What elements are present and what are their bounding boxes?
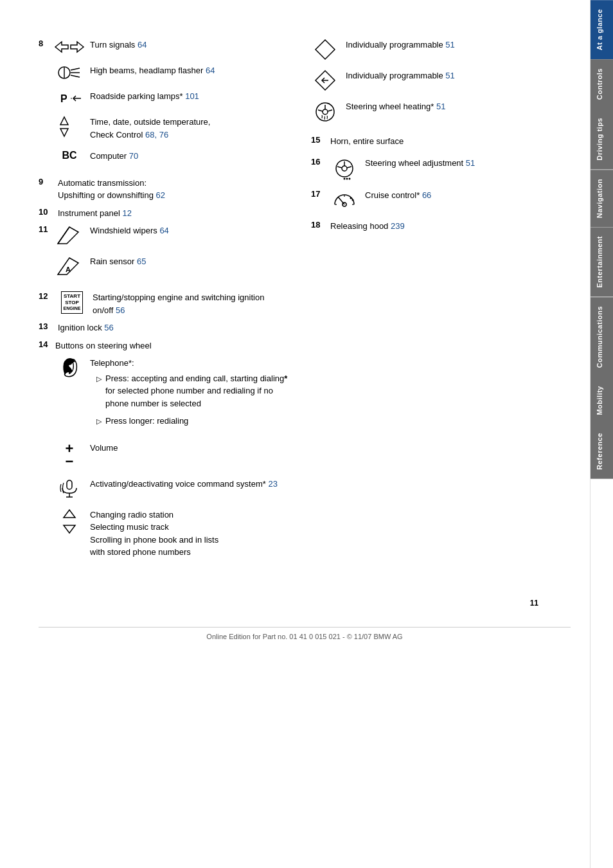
- item-14-content: Buttons on steering wheel: [55, 339, 298, 568]
- item-17-number: 17: [311, 189, 324, 199]
- sidebar-tab-navigation[interactable]: Navigation: [591, 170, 613, 227]
- bullet-press: ▷ Press: accepting and ending call, star…: [90, 372, 298, 410]
- sidebar-tab-entertainment[interactable]: Entertainment: [591, 227, 613, 296]
- bc-row: BC Computer 70: [55, 150, 298, 163]
- svg-point-33: [344, 177, 346, 179]
- item-10-row: 10 Instrument panel 12: [39, 207, 298, 220]
- sidebar: At a glance Controls Driving tips Naviga…: [590, 0, 613, 868]
- svg-line-32: [347, 167, 351, 168]
- left-column: 8: [39, 39, 298, 573]
- item-8-container: 8: [39, 39, 298, 172]
- telephone-icon: [55, 357, 84, 379]
- individually-prog-2-icon: [311, 69, 339, 91]
- item-11-number: 11: [39, 224, 51, 286]
- high-beam-text: High beams, headlamp flasher 64: [90, 64, 298, 77]
- high-beam-icon: [55, 64, 84, 81]
- item-9-number: 9: [39, 177, 51, 186]
- item-16-number: 16: [311, 157, 324, 167]
- svg-point-34: [346, 177, 348, 179]
- item-8-number: 8: [39, 39, 51, 172]
- telephone-row: Telephone*: ▷ Press: accepting and endin…: [55, 357, 298, 433]
- item-8-subitems: Turn signals 64: [55, 39, 298, 172]
- voice-command-row: Activating/deactivating voice command sy…: [55, 478, 298, 500]
- sidebar-tab-at-a-glance[interactable]: At a glance: [591, 0, 613, 59]
- two-column-layout: 8: [39, 39, 571, 573]
- cruise-control-icon: [330, 189, 359, 211]
- item-12-number: 12: [39, 291, 51, 301]
- sidebar-tab-communications[interactable]: Communications: [591, 297, 613, 377]
- turn-signals-text: Turn signals 64: [90, 39, 298, 51]
- parking-lamps-text: Roadside parking lamps* 101: [90, 90, 298, 103]
- rain-sensor-icon: A: [55, 255, 84, 277]
- individually-prog-1-row: Individually programmable 51: [311, 39, 571, 60]
- page-container: 8: [0, 0, 613, 868]
- item-13-row: 13 Ignition lock 56: [39, 321, 298, 334]
- svg-marker-10: [60, 117, 68, 125]
- svg-line-6: [71, 75, 80, 77]
- svg-line-31: [337, 167, 342, 168]
- svg-rect-16: [67, 480, 72, 489]
- svg-point-29: [342, 166, 347, 171]
- svg-line-13: [58, 227, 69, 244]
- high-beam-row: High beams, headlamp flasher 64: [55, 64, 298, 81]
- bullet-press-longer: ▷ Press longer: redialing: [90, 415, 298, 428]
- item-15-number: 15: [311, 135, 324, 145]
- svg-line-27: [328, 110, 332, 111]
- item-13-number: 13: [39, 321, 51, 331]
- sidebar-tab-controls[interactable]: Controls: [591, 59, 613, 109]
- item-12-row: 12 STARTSTOPENGINE Starting/stopping eng…: [39, 291, 298, 316]
- temp-text: Time, date, outside temperature,Check Co…: [90, 116, 298, 141]
- bullet-arrow-2: ▷: [96, 416, 102, 427]
- item-12-text: Starting/stopping engine and switching i…: [93, 291, 298, 316]
- individually-prog-1-icon: [311, 39, 339, 60]
- right-column: Individually programmable 51: [311, 39, 571, 573]
- steering-adjustment-icon: [330, 157, 359, 180]
- temp-row: Time, date, outside temperature,Check Co…: [55, 116, 298, 141]
- svg-marker-19: [64, 510, 75, 518]
- svg-line-4: [71, 68, 80, 70]
- item-14-title: Buttons on steering wheel: [55, 339, 298, 352]
- item-17-text: Cruise control* 66: [365, 189, 571, 202]
- start-stop-icon: STARTSTOPENGINE: [58, 291, 86, 314]
- page-footer: Online Edition for Part no. 01 41 0 015 …: [39, 627, 571, 640]
- svg-line-26: [318, 110, 323, 111]
- radio-track-icon: [55, 509, 84, 534]
- sidebar-tab-mobility[interactable]: Mobility: [591, 377, 613, 424]
- windshield-wiper-icon: [55, 224, 84, 246]
- item-10-number: 10: [39, 207, 51, 217]
- individually-prog-2-text: Individually programmable 51: [346, 69, 571, 82]
- rain-sensor-text: Rain sensor 65: [90, 255, 298, 268]
- sidebar-tab-driving-tips[interactable]: Driving tips: [591, 109, 613, 170]
- main-content: 8: [0, 0, 590, 868]
- item-18-row: 18 Releasing hood 239: [311, 220, 571, 233]
- sidebar-tab-reference[interactable]: Reference: [591, 424, 613, 479]
- telephone-text: Telephone*: ▷ Press: accepting and endin…: [90, 357, 298, 433]
- item-15-row: 15 Horn, entire surface: [311, 135, 571, 148]
- svg-marker-0: [55, 42, 68, 52]
- steering-heating-icon: [311, 100, 339, 123]
- item-15-text: Horn, entire surface: [330, 135, 571, 148]
- item-9-text: Automatic transmission:Upshifting or dow…: [58, 177, 298, 202]
- item-11-container: 11: [39, 224, 298, 286]
- bc-icon: BC: [55, 150, 84, 161]
- item-16-row: 16: [311, 157, 571, 180]
- windshield-wiper-text: Windshield wipers 64: [90, 224, 298, 237]
- bc-text: Computer 70: [90, 150, 298, 163]
- item-10-text: Instrument panel 12: [58, 207, 298, 220]
- svg-point-35: [349, 177, 351, 179]
- svg-line-37: [338, 197, 344, 204]
- svg-text:A: A: [66, 266, 71, 273]
- turn-signals-row: Turn signals 64: [55, 39, 298, 55]
- item-18-number: 18: [311, 220, 324, 230]
- voice-command-icon: [55, 478, 84, 500]
- item-11-subitems: Windshield wipers 64 A: [55, 224, 298, 286]
- volume-text: Volume: [90, 442, 298, 455]
- rain-sensor-row: A Rain sensor 65: [55, 255, 298, 277]
- volume-icon: + −: [55, 442, 84, 469]
- svg-point-24: [323, 109, 328, 114]
- item-14-number: 14: [39, 339, 51, 568]
- item-16-text: Steering wheel adjustment 51: [365, 157, 571, 170]
- svg-marker-20: [64, 525, 75, 533]
- svg-marker-1: [71, 42, 84, 52]
- parking-lamps-icon: P: [55, 90, 84, 107]
